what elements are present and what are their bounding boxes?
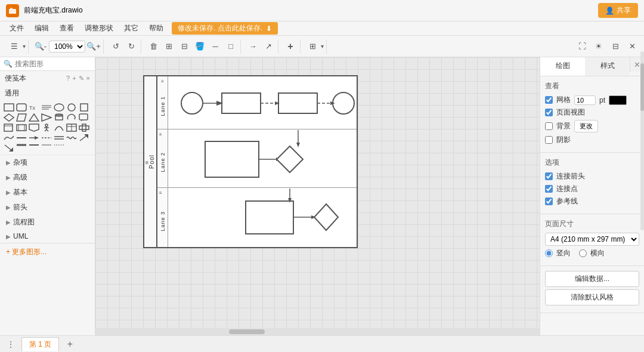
- portrait-radio[interactable]: [545, 249, 553, 257]
- shape-cylinder[interactable]: [54, 113, 64, 122]
- category-advanced[interactable]: ▶ 高级: [0, 170, 95, 185]
- unsaved-notice[interactable]: 修改未保存. 点击此处保存. ⬇: [172, 22, 278, 35]
- shape-thin-line[interactable]: [41, 144, 52, 146]
- connection-arrows-checkbox[interactable]: [545, 172, 553, 180]
- landscape-radio[interactable]: [579, 249, 587, 257]
- shape-note[interactable]: [4, 123, 14, 132]
- menu-other[interactable]: 其它: [119, 22, 143, 35]
- v-scroll-thumb[interactable]: [640, 63, 644, 111]
- connector-button[interactable]: →: [246, 39, 260, 54]
- page-menu-button[interactable]: ⋮: [5, 338, 17, 350]
- shape-diamond[interactable]: [4, 113, 14, 122]
- shape-medium-line[interactable]: [29, 144, 39, 146]
- shape-dotted-line[interactable]: [54, 144, 64, 146]
- section-stickers[interactable]: 便笺本 ? + ✎ ×: [0, 71, 95, 86]
- share-button[interactable]: 👤 共享: [598, 3, 638, 18]
- shadow-button[interactable]: □: [224, 39, 238, 54]
- panel-close-button[interactable]: ✕: [625, 39, 639, 54]
- format-button[interactable]: ⊞: [162, 39, 176, 54]
- shape-dashed[interactable]: [41, 134, 52, 142]
- category-basic[interactable]: ▶ 基本: [0, 185, 95, 200]
- shape-arrow-right[interactable]: [29, 134, 39, 142]
- menu-edit[interactable]: 编辑: [30, 22, 54, 35]
- add-icon[interactable]: +: [72, 75, 76, 82]
- shape-arrow-up-right[interactable]: [79, 134, 89, 142]
- tab-style[interactable]: 样式: [585, 57, 630, 76]
- shape-square[interactable]: [79, 103, 89, 112]
- page-tab-1[interactable]: 第 1 页: [21, 337, 59, 351]
- menu-help[interactable]: 帮助: [144, 22, 168, 35]
- shape-parallelogram[interactable]: [16, 113, 27, 122]
- more-shapes-button[interactable]: + 更多图形...: [0, 243, 95, 261]
- menu-adjust[interactable]: 调整形状: [80, 22, 118, 35]
- zoom-out-button[interactable]: 🔍-: [33, 39, 48, 54]
- scroll-thumb[interactable]: [229, 329, 265, 334]
- pool-diagram[interactable]: ≡ Pool ≡ Lane 1: [143, 75, 358, 248]
- theme-button[interactable]: ☀: [592, 39, 606, 54]
- shadow-checkbox[interactable]: [545, 136, 553, 144]
- shape-wavy[interactable]: [4, 134, 14, 142]
- horizontal-scrollbar[interactable]: [95, 328, 540, 335]
- shape-callout[interactable]: [79, 113, 89, 122]
- shape-rounded[interactable]: [16, 103, 27, 112]
- shape-process[interactable]: [16, 123, 27, 132]
- fill-button[interactable]: 🪣: [193, 39, 207, 54]
- shape-rtriangle[interactable]: [41, 113, 52, 122]
- grid-checkbox[interactable]: [545, 96, 553, 104]
- waypoint-button[interactable]: ⊟: [177, 39, 191, 54]
- zoom-select[interactable]: 100% 50% 75% 125% 150%: [49, 41, 85, 53]
- fullscreen-button[interactable]: ⛶: [575, 39, 589, 54]
- tab-diagram[interactable]: 绘图: [540, 57, 585, 76]
- help-icon[interactable]: ?: [66, 75, 70, 82]
- vertical-scrollbar[interactable]: [640, 57, 644, 230]
- shape-plus[interactable]: [79, 123, 89, 132]
- category-arrow[interactable]: ▶ 箭头: [0, 200, 95, 215]
- section-general[interactable]: 通用: [0, 86, 95, 101]
- shape-stickman[interactable]: [41, 123, 52, 132]
- background-change-button[interactable]: 更改: [574, 120, 598, 132]
- close-icon[interactable]: ×: [86, 75, 90, 82]
- search-input[interactable]: [15, 60, 91, 68]
- edit-data-button[interactable]: 编辑数据...: [545, 271, 639, 287]
- sidebar-toggle-button[interactable]: ☰: [7, 39, 21, 54]
- collapse-button[interactable]: ⊟: [608, 39, 623, 54]
- background-checkbox[interactable]: [545, 122, 553, 130]
- menu-file[interactable]: 文件: [5, 22, 29, 35]
- grid-size-input[interactable]: [574, 95, 596, 105]
- menu-view[interactable]: 查看: [55, 22, 79, 35]
- category-misc[interactable]: ▶ 杂项: [0, 155, 95, 170]
- waypoints-button[interactable]: ↗: [261, 39, 275, 54]
- grid-color[interactable]: [609, 95, 627, 105]
- line-color-button[interactable]: ─: [208, 39, 222, 54]
- add-page-button[interactable]: +: [64, 338, 76, 350]
- undo-button[interactable]: ↺: [109, 39, 123, 54]
- table-button[interactable]: ⊞: [305, 39, 320, 54]
- shape-squiggle[interactable]: [66, 134, 77, 142]
- shape-offpage[interactable]: [29, 123, 39, 132]
- shape-line[interactable]: [16, 134, 27, 142]
- connection-points-checkbox[interactable]: [545, 185, 553, 193]
- page-view-checkbox[interactable]: [545, 109, 553, 116]
- clear-style-button[interactable]: 清除默认风格: [545, 289, 639, 305]
- category-uml[interactable]: ▶ UML: [0, 230, 95, 243]
- shape-loop[interactable]: [66, 113, 77, 122]
- canvas-area[interactable]: ≡ Pool ≡ Lane 1: [95, 57, 540, 335]
- shape-circle[interactable]: [66, 103, 77, 112]
- zoom-in-button[interactable]: 🔍+: [86, 39, 101, 54]
- shape-triangle[interactable]: [29, 113, 39, 122]
- redo-button[interactable]: ↻: [124, 39, 138, 54]
- category-flowchart[interactable]: ▶ 流程图: [0, 215, 95, 230]
- shape-arc[interactable]: [54, 123, 64, 132]
- page-size-select[interactable]: A4 (210 mm x 297 mm): [545, 233, 639, 246]
- shape-multiline[interactable]: [41, 103, 52, 112]
- shape-double-line[interactable]: [54, 134, 64, 142]
- shape-thick-line[interactable]: [16, 144, 27, 146]
- delete-button[interactable]: 🗑: [146, 39, 160, 54]
- guidelines-checkbox[interactable]: [545, 197, 553, 205]
- shape-ellipse[interactable]: [54, 103, 64, 112]
- insert-button[interactable]: +: [283, 39, 298, 54]
- edit-icon[interactable]: ✎: [79, 75, 84, 82]
- shape-table[interactable]: [66, 123, 77, 132]
- shape-rect[interactable]: [4, 103, 14, 112]
- shape-arrow-down-right[interactable]: [4, 144, 14, 152]
